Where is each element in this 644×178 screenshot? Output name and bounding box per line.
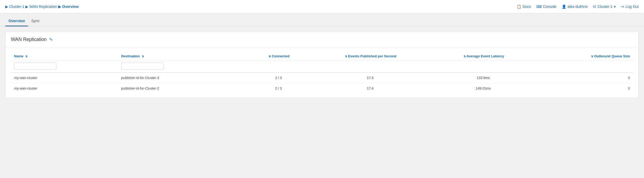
col-header-latency[interactable]: ⇅ Average Event Latency xyxy=(430,51,537,61)
top-nav: ▶ Cluster-1 ▶ WAN Replication ▶ Overview… xyxy=(0,0,644,13)
cell-connected-0: 2 / 3 xyxy=(246,73,311,83)
table-row: my-wan-cluster publisher-id-for-Cluster-… xyxy=(11,73,633,83)
sort-icon-latency: ⇅ xyxy=(464,55,466,58)
page-content: WAN Replication ✎ Name ⇅ Destination ⇅ xyxy=(0,26,644,107)
wan-replication-table: Name ⇅ Destination ⇅ ⇅ Connected ⇅ xyxy=(11,51,633,93)
breadcrumb: ▶ Cluster-1 ▶ WAN Replication ▶ Overview xyxy=(5,4,79,9)
logout-link[interactable]: ↪ Log Out xyxy=(621,4,639,9)
col-header-queue[interactable]: ⇅ Outbound Queue Size xyxy=(537,51,633,61)
cluster-icon: ⛁ xyxy=(593,4,596,9)
user-menu[interactable]: 👤 alex-dukhno xyxy=(562,4,588,9)
table-container: Name ⇅ Destination ⇅ ⇅ Connected ⇅ xyxy=(6,47,638,98)
filter-cell-latency xyxy=(430,61,537,73)
col-header-name[interactable]: Name ⇅ xyxy=(11,51,118,61)
table-row: my-wan-cluster publisher-id-for-Cluster-… xyxy=(11,83,633,94)
table-filter-row xyxy=(11,61,633,73)
cell-latency-1: 149.01ms xyxy=(430,83,537,94)
docs-link[interactable]: 📋 Docs xyxy=(517,4,531,9)
chevron-right-icon: ▶ xyxy=(25,4,28,9)
logout-icon: ↪ xyxy=(621,4,624,9)
col-header-eps[interactable]: ⇅ Events Published per Second xyxy=(311,51,430,61)
filter-cell-queue xyxy=(537,61,633,73)
filter-cell-destination xyxy=(118,61,247,73)
filter-cell-name xyxy=(11,61,118,73)
table-body: my-wan-cluster publisher-id-for-Cluster-… xyxy=(11,73,633,94)
chevron-right-icon: ▶ xyxy=(58,4,61,9)
cell-destination-0: publisher-id-for-Cluster-3 xyxy=(118,73,247,83)
cell-queue-1: 0 xyxy=(537,83,633,94)
user-icon: 👤 xyxy=(562,4,566,9)
filter-cell-eps xyxy=(311,61,430,73)
filter-input-destination[interactable] xyxy=(121,63,164,70)
edit-icon[interactable]: ✎ xyxy=(49,37,53,42)
docs-icon: 📋 xyxy=(517,4,521,9)
wan-replication-card: WAN Replication ✎ Name ⇅ Destination ⇅ xyxy=(5,32,639,98)
cell-eps-0: 17.4 xyxy=(311,73,430,83)
tab-sync[interactable]: Sync xyxy=(28,16,43,26)
col-header-destination[interactable]: Destination ⇅ xyxy=(118,51,247,61)
tab-overview[interactable]: Overview xyxy=(5,16,28,26)
cell-eps-1: 17.4 xyxy=(311,83,430,94)
sort-icon-destination: ⇅ xyxy=(142,55,144,58)
cell-name-1: my-wan-cluster xyxy=(11,83,118,94)
col-header-connected[interactable]: ⇅ Connected xyxy=(246,51,311,61)
breadcrumb-wan-replication[interactable]: ▶ WAN Replication xyxy=(25,4,57,9)
console-icon: ⌨ xyxy=(536,4,542,9)
cell-queue-0: 0 xyxy=(537,73,633,83)
filter-input-name[interactable] xyxy=(14,63,56,70)
cluster-selector[interactable]: ⛁ Cluster-1 ▾ xyxy=(593,4,616,9)
sort-icon-name: ⇅ xyxy=(25,55,28,58)
sort-icon-eps: ⇅ xyxy=(345,55,347,58)
cell-name-0: my-wan-cluster xyxy=(11,73,118,83)
section-title: WAN Replication xyxy=(11,37,47,42)
chevron-down-icon: ▾ xyxy=(614,4,616,9)
tabs-bar: Overview Sync xyxy=(0,13,644,26)
sort-icon-queue: ⇅ xyxy=(591,55,593,58)
sort-icon-connected: ⇅ xyxy=(269,55,271,58)
chevron-right-icon: ▶ xyxy=(5,4,8,9)
console-link[interactable]: ⌨ Console xyxy=(536,4,556,9)
nav-right: 📋 Docs ⌨ Console 👤 alex-dukhno ⛁ Cluster… xyxy=(517,4,639,9)
cell-latency-0: 133.9ms xyxy=(430,73,537,83)
table-header-row: Name ⇅ Destination ⇅ ⇅ Connected ⇅ xyxy=(11,51,633,61)
breadcrumb-cluster1[interactable]: ▶ Cluster-1 xyxy=(5,4,24,9)
filter-cell-connected xyxy=(246,61,311,73)
breadcrumb-overview[interactable]: ▶ Overview xyxy=(58,4,79,9)
cell-destination-1: publisher-id-for-Cluster-2 xyxy=(118,83,247,94)
section-header: WAN Replication ✎ xyxy=(6,32,638,47)
cell-connected-1: 2 / 3 xyxy=(246,83,311,94)
